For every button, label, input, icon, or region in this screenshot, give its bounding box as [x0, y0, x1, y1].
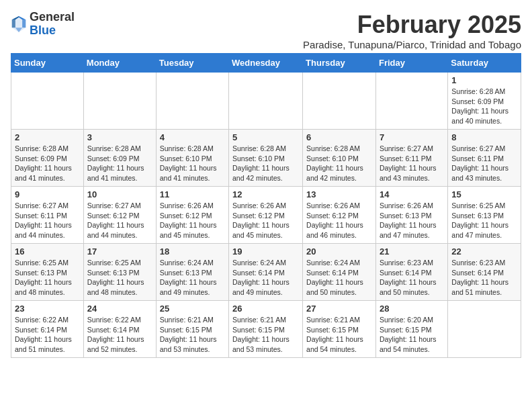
table-cell: 25Sunrise: 6:21 AM Sunset: 6:15 PM Dayli… — [156, 301, 228, 358]
day-number: 9 — [15, 189, 80, 199]
day-number: 26 — [232, 304, 299, 314]
table-cell: 12Sunrise: 6:26 AM Sunset: 6:12 PM Dayli… — [229, 187, 303, 244]
svg-marker-4 — [12, 19, 15, 28]
day-info: Sunrise: 6:24 AM Sunset: 6:14 PM Dayligh… — [232, 258, 299, 298]
week-row-4: 16Sunrise: 6:25 AM Sunset: 6:13 PM Dayli… — [11, 244, 521, 301]
table-cell: 27Sunrise: 6:21 AM Sunset: 6:15 PM Dayli… — [303, 301, 376, 358]
day-number: 20 — [306, 246, 372, 257]
calendar-title: February 2025 — [303, 11, 521, 39]
day-number: 5 — [232, 132, 299, 142]
day-info: Sunrise: 6:25 AM Sunset: 6:13 PM Dayligh… — [15, 258, 80, 298]
table-cell: 10Sunrise: 6:27 AM Sunset: 6:12 PM Dayli… — [83, 187, 156, 244]
day-info: Sunrise: 6:22 AM Sunset: 6:14 PM Dayligh… — [87, 315, 152, 355]
day-info: Sunrise: 6:21 AM Sunset: 6:15 PM Dayligh… — [232, 315, 299, 355]
table-cell: 22Sunrise: 6:23 AM Sunset: 6:14 PM Dayli… — [448, 244, 521, 301]
day-info: Sunrise: 6:23 AM Sunset: 6:14 PM Dayligh… — [451, 258, 517, 298]
table-cell: 5Sunrise: 6:28 AM Sunset: 6:10 PM Daylig… — [229, 130, 303, 187]
day-number: 21 — [380, 246, 444, 257]
day-number: 19 — [232, 246, 299, 257]
table-cell: 9Sunrise: 6:27 AM Sunset: 6:11 PM Daylig… — [11, 187, 84, 244]
header-sunday: Sunday — [11, 54, 84, 73]
table-cell: 6Sunrise: 6:28 AM Sunset: 6:10 PM Daylig… — [303, 130, 376, 187]
day-number: 7 — [380, 132, 444, 142]
table-cell: 1Sunrise: 6:28 AM Sunset: 6:09 PM Daylig… — [448, 73, 521, 130]
day-number: 28 — [380, 304, 444, 314]
day-number: 24 — [87, 304, 152, 314]
day-number: 6 — [306, 132, 372, 142]
day-number: 1 — [451, 75, 517, 85]
page-header: General Blue February 2025 Paradise, Tun… — [11, 11, 521, 50]
table-cell — [83, 73, 156, 130]
day-info: Sunrise: 6:25 AM Sunset: 6:13 PM Dayligh… — [451, 201, 517, 240]
title-block: February 2025 Paradise, Tunapuna/Piarco,… — [303, 11, 521, 50]
day-number: 17 — [87, 246, 152, 257]
table-cell: 8Sunrise: 6:27 AM Sunset: 6:11 PM Daylig… — [448, 130, 521, 187]
calendar-table: SundayMondayTuesdayWednesdayThursdayFrid… — [11, 53, 521, 358]
day-info: Sunrise: 6:21 AM Sunset: 6:15 PM Dayligh… — [160, 315, 225, 355]
day-number: 3 — [87, 132, 152, 142]
header-saturday: Saturday — [448, 54, 521, 73]
table-cell: 4Sunrise: 6:28 AM Sunset: 6:10 PM Daylig… — [156, 130, 228, 187]
table-cell: 11Sunrise: 6:26 AM Sunset: 6:12 PM Dayli… — [156, 187, 228, 244]
table-cell: 19Sunrise: 6:24 AM Sunset: 6:14 PM Dayli… — [229, 244, 303, 301]
day-info: Sunrise: 6:24 AM Sunset: 6:13 PM Dayligh… — [160, 258, 225, 298]
day-info: Sunrise: 6:28 AM Sunset: 6:10 PM Dayligh… — [160, 144, 225, 183]
week-row-1: 1Sunrise: 6:28 AM Sunset: 6:09 PM Daylig… — [11, 73, 521, 130]
weekday-header-row: SundayMondayTuesdayWednesdayThursdayFrid… — [11, 54, 521, 73]
day-info: Sunrise: 6:27 AM Sunset: 6:11 PM Dayligh… — [380, 144, 444, 183]
day-number: 16 — [15, 246, 80, 257]
logo-blue-text: Blue — [30, 24, 56, 37]
table-cell: 14Sunrise: 6:26 AM Sunset: 6:13 PM Dayli… — [375, 187, 447, 244]
day-info: Sunrise: 6:25 AM Sunset: 6:13 PM Dayligh… — [87, 258, 152, 298]
table-cell — [156, 73, 228, 130]
table-cell: 18Sunrise: 6:24 AM Sunset: 6:13 PM Dayli… — [156, 244, 228, 301]
day-number: 10 — [87, 189, 152, 199]
day-info: Sunrise: 6:27 AM Sunset: 6:11 PM Dayligh… — [451, 144, 517, 183]
calendar-subtitle: Paradise, Tunapuna/Piarco, Trinidad and … — [303, 39, 521, 50]
day-number: 25 — [160, 304, 225, 314]
day-info: Sunrise: 6:27 AM Sunset: 6:12 PM Dayligh… — [87, 201, 152, 240]
logo-icon — [11, 15, 27, 34]
week-row-2: 2Sunrise: 6:28 AM Sunset: 6:09 PM Daylig… — [11, 130, 521, 187]
header-monday: Monday — [83, 54, 156, 73]
table-cell: 13Sunrise: 6:26 AM Sunset: 6:12 PM Dayli… — [303, 187, 376, 244]
table-cell — [229, 73, 303, 130]
day-number: 4 — [160, 132, 225, 142]
header-wednesday: Wednesday — [229, 54, 303, 73]
table-cell: 7Sunrise: 6:27 AM Sunset: 6:11 PM Daylig… — [375, 130, 447, 187]
day-info: Sunrise: 6:28 AM Sunset: 6:10 PM Dayligh… — [232, 144, 299, 183]
svg-marker-3 — [22, 19, 26, 28]
table-cell: 2Sunrise: 6:28 AM Sunset: 6:09 PM Daylig… — [11, 130, 84, 187]
day-info: Sunrise: 6:24 AM Sunset: 6:14 PM Dayligh… — [306, 258, 372, 298]
table-cell — [11, 73, 84, 130]
table-cell: 21Sunrise: 6:23 AM Sunset: 6:14 PM Dayli… — [375, 244, 447, 301]
day-number: 11 — [160, 189, 225, 199]
table-cell: 16Sunrise: 6:25 AM Sunset: 6:13 PM Dayli… — [11, 244, 84, 301]
day-info: Sunrise: 6:20 AM Sunset: 6:15 PM Dayligh… — [380, 315, 444, 355]
logo-general-text: General — [30, 10, 75, 24]
table-cell: 26Sunrise: 6:21 AM Sunset: 6:15 PM Dayli… — [229, 301, 303, 358]
week-row-3: 9Sunrise: 6:27 AM Sunset: 6:11 PM Daylig… — [11, 187, 521, 244]
table-cell: 15Sunrise: 6:25 AM Sunset: 6:13 PM Dayli… — [448, 187, 521, 244]
day-number: 22 — [451, 246, 517, 257]
day-number: 13 — [306, 189, 372, 199]
day-info: Sunrise: 6:26 AM Sunset: 6:12 PM Dayligh… — [232, 201, 299, 240]
day-number: 15 — [451, 189, 517, 199]
week-row-5: 23Sunrise: 6:22 AM Sunset: 6:14 PM Dayli… — [11, 301, 521, 358]
table-cell: 28Sunrise: 6:20 AM Sunset: 6:15 PM Dayli… — [375, 301, 447, 358]
table-cell — [375, 73, 447, 130]
day-info: Sunrise: 6:26 AM Sunset: 6:13 PM Dayligh… — [380, 201, 444, 240]
logo: General Blue — [11, 11, 75, 38]
day-info: Sunrise: 6:26 AM Sunset: 6:12 PM Dayligh… — [306, 201, 372, 240]
header-thursday: Thursday — [303, 54, 376, 73]
header-friday: Friday — [375, 54, 447, 73]
day-number: 14 — [380, 189, 444, 199]
day-info: Sunrise: 6:28 AM Sunset: 6:09 PM Dayligh… — [87, 144, 152, 183]
day-number: 12 — [232, 189, 299, 199]
day-info: Sunrise: 6:27 AM Sunset: 6:11 PM Dayligh… — [15, 201, 80, 240]
table-cell: 20Sunrise: 6:24 AM Sunset: 6:14 PM Dayli… — [303, 244, 376, 301]
day-number: 8 — [451, 132, 517, 142]
day-info: Sunrise: 6:23 AM Sunset: 6:14 PM Dayligh… — [380, 258, 444, 298]
day-number: 2 — [15, 132, 80, 142]
day-info: Sunrise: 6:22 AM Sunset: 6:14 PM Dayligh… — [15, 315, 80, 355]
